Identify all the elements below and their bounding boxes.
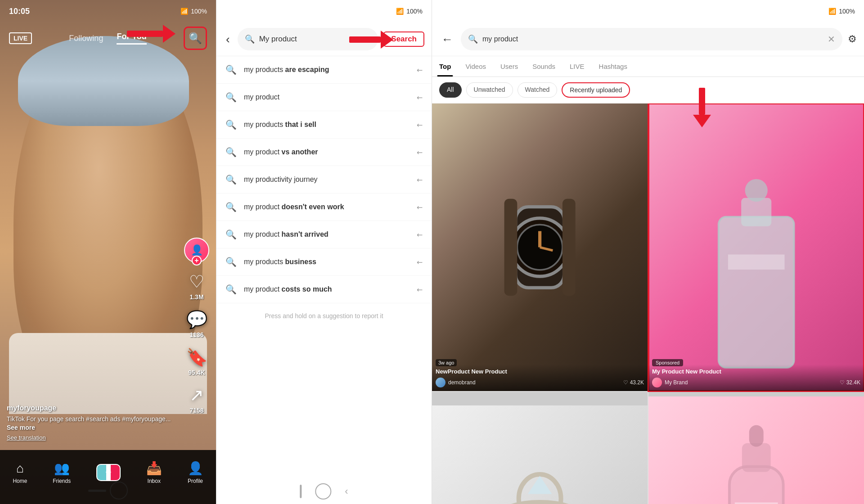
filter-tabs-3: All Unwatched Watched Recently uploaded bbox=[432, 77, 864, 104]
bottom-nav-1: ⌂ Home 👥 Friends + 📥 Inbox 👤 Profile bbox=[0, 450, 216, 504]
back-button-3[interactable]: ← bbox=[439, 30, 455, 49]
suggestion-search-icon-7: 🔍 bbox=[225, 229, 237, 240]
suggestion-text-8: my products business bbox=[244, 258, 410, 266]
author-name-1: demobrand bbox=[448, 379, 476, 386]
video-thumb-2[interactable]: Sponsored My Product New Product My Bran… bbox=[648, 104, 864, 391]
filter-recently-uploaded[interactable]: Recently uploaded bbox=[562, 82, 630, 98]
see-more-link[interactable]: See more bbox=[7, 424, 35, 431]
home-icon: ⌂ bbox=[16, 461, 24, 476]
suggestion-text-3: my products that i sell bbox=[244, 121, 410, 129]
tab-top[interactable]: Top bbox=[432, 56, 458, 76]
like-action[interactable]: ♡ 1.3M bbox=[189, 272, 204, 301]
video-info: myforyoupage TikTok For you page search … bbox=[7, 404, 180, 441]
tab-sounds[interactable]: Sounds bbox=[525, 56, 562, 76]
suggestion-arrow-5: ↗ bbox=[414, 175, 425, 185]
bookmark-icon: 🔖 bbox=[186, 347, 207, 367]
video-likes-1: ♡ 43.2K bbox=[623, 379, 644, 386]
arrow-head bbox=[163, 25, 176, 43]
suggestion-search-icon-3: 🔍 bbox=[225, 119, 237, 130]
tab-hashtags[interactable]: Hashtags bbox=[592, 56, 634, 76]
nav-profile-label: Profile bbox=[188, 478, 203, 484]
comment-action[interactable]: 💬 1136 bbox=[186, 310, 207, 338]
svg-rect-17 bbox=[735, 502, 778, 504]
suggestion-search-icon-6: 🔍 bbox=[225, 202, 237, 212]
search-tabs-3: Top Videos Users Sounds LIVE Hashtags bbox=[432, 56, 864, 77]
tab-following[interactable]: Following bbox=[69, 34, 103, 43]
signal-icon-2: 📶 bbox=[396, 8, 404, 15]
suggestion-search-icon-9: 🔍 bbox=[225, 284, 237, 295]
suggestion-5[interactable]: 🔍 my productivity journey ↗ bbox=[216, 166, 432, 194]
suggestion-6[interactable]: 🔍 my product doesn't even work ↗ bbox=[216, 194, 432, 221]
create-button[interactable]: + bbox=[96, 464, 121, 481]
battery-display-3: 100% bbox=[839, 8, 855, 15]
tab-users[interactable]: Users bbox=[493, 56, 525, 76]
nav-profile[interactable]: 👤 Profile bbox=[188, 461, 203, 484]
nav-inbox-label: Inbox bbox=[148, 478, 161, 484]
filter-all[interactable]: All bbox=[439, 82, 462, 98]
status-bar-2: 10:05 📶 100% bbox=[216, 0, 432, 22]
suggestion-2[interactable]: 🔍 my product ↗ bbox=[216, 84, 432, 111]
status-icons-3: 📶 100% bbox=[828, 8, 855, 15]
search-icon-3: 🔍 bbox=[468, 34, 478, 44]
filter-watched[interactable]: Watched bbox=[518, 82, 558, 98]
video-thumb-1[interactable]: 3w ago NewProduct New Product demobrand … bbox=[432, 104, 648, 391]
press-hold-hint: Press and hold on a suggestion to report… bbox=[216, 303, 432, 328]
nav-home[interactable]: ⌂ Home bbox=[13, 461, 27, 484]
red-arrow-to-filter bbox=[693, 88, 711, 127]
video-likes-2: ♡ 32.4K bbox=[840, 379, 860, 386]
suggestion-search-icon-5: 🔍 bbox=[225, 174, 237, 185]
suggestion-4[interactable]: 🔍 my product vs another ↗ bbox=[216, 139, 432, 166]
search-button-1[interactable]: 🔍 bbox=[184, 27, 207, 50]
search-input-container-3[interactable]: 🔍 my product ✕ bbox=[461, 28, 842, 50]
tab-live[interactable]: LIVE bbox=[562, 56, 592, 76]
nav-friends[interactable]: 👥 Friends bbox=[53, 461, 71, 484]
suggestion-9[interactable]: 🔍 my product costs so much ↗ bbox=[216, 276, 432, 303]
video-thumb-4[interactable] bbox=[648, 392, 864, 504]
video-meta-2: My Product New Product My Brand ♡ 32.4K bbox=[648, 364, 864, 391]
suggestion-arrow-8: ↗ bbox=[414, 257, 425, 267]
arrow-head-3 bbox=[693, 115, 711, 127]
video-username[interactable]: myforyoupage bbox=[7, 404, 180, 412]
suggestion-search-icon-4: 🔍 bbox=[225, 147, 237, 158]
time-display-1: 10:05 bbox=[9, 7, 30, 16]
share-action[interactable]: ↗ 7158 bbox=[189, 385, 204, 414]
svg-rect-15 bbox=[742, 443, 771, 472]
video-thumb-3[interactable] bbox=[432, 392, 648, 504]
indicator-circle-2 bbox=[315, 483, 331, 500]
creator-avatar[interactable]: 👤 + bbox=[184, 238, 209, 263]
suggestion-3[interactable]: 🔍 my products that i sell ↗ bbox=[216, 111, 432, 139]
indicator-chevron: ‹ bbox=[345, 486, 348, 497]
suggestion-arrow-3: ↗ bbox=[414, 120, 425, 130]
indicator-line bbox=[300, 485, 302, 498]
svg-rect-8 bbox=[741, 198, 771, 226]
follow-plus-badge[interactable]: + bbox=[192, 256, 202, 266]
suggestion-text-1: my products are escaping bbox=[244, 66, 410, 74]
comment-count: 1136 bbox=[189, 331, 203, 338]
svg-rect-16 bbox=[749, 425, 764, 447]
red-arrow-to-search-btn bbox=[349, 31, 393, 49]
filter-unwatched[interactable]: Unwatched bbox=[466, 82, 513, 98]
video-title-2: My Product New Product bbox=[652, 368, 860, 376]
suggestion-arrow-1: ↗ bbox=[414, 65, 425, 75]
save-action[interactable]: 🔖 95.4K bbox=[186, 347, 207, 376]
search-value-3[interactable]: my product bbox=[482, 35, 823, 43]
live-badge[interactable]: LIVE bbox=[9, 32, 32, 44]
nav-inbox[interactable]: 📥 Inbox bbox=[146, 461, 162, 484]
video-author-row-2: My Brand ♡ 32.4K bbox=[652, 378, 860, 387]
tab-videos[interactable]: Videos bbox=[458, 56, 493, 76]
suggestion-text-2: my product bbox=[244, 93, 410, 101]
suggestion-7[interactable]: 🔍 my product hasn't arrived ↗ bbox=[216, 221, 432, 248]
translation-link[interactable]: See translation bbox=[7, 434, 180, 441]
filter-settings-icon[interactable]: ⚙ bbox=[848, 33, 857, 45]
suggestion-search-icon-2: 🔍 bbox=[225, 92, 237, 103]
author-avatar-1 bbox=[436, 378, 446, 387]
arrow-body-3 bbox=[699, 88, 705, 115]
svg-rect-7 bbox=[719, 216, 794, 367]
suggestion-8[interactable]: 🔍 my products business ↗ bbox=[216, 248, 432, 276]
suggestion-arrow-6: ↗ bbox=[414, 202, 425, 212]
search-clear-button[interactable]: ✕ bbox=[828, 34, 835, 45]
inbox-icon: 📥 bbox=[146, 461, 162, 476]
suggestion-1[interactable]: 🔍 my products are escaping ↗ bbox=[216, 56, 432, 84]
arrow-head-2 bbox=[381, 31, 393, 49]
back-button-2[interactable]: ‹ bbox=[224, 30, 232, 49]
